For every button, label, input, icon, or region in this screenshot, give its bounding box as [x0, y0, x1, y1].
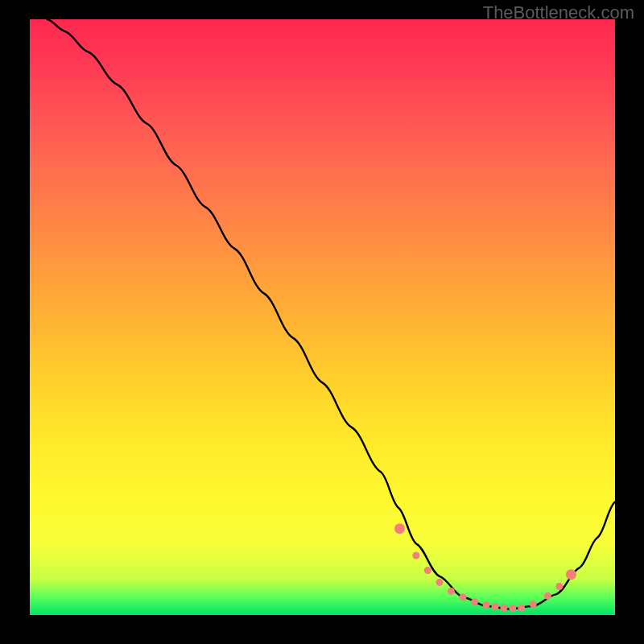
marker-dot — [509, 605, 516, 612]
marker-dot — [555, 583, 563, 590]
marker-dot — [412, 552, 419, 559]
curve-path — [47, 19, 615, 609]
marker-dot — [500, 605, 507, 612]
marker-dot — [394, 523, 405, 534]
marker-dot — [483, 601, 490, 609]
marker-dot — [491, 603, 498, 610]
marker-dot — [566, 569, 576, 580]
marker-dot — [518, 605, 525, 612]
marker-dot — [459, 593, 466, 601]
marker-dot — [424, 567, 431, 574]
chart-svg — [30, 19, 615, 615]
plot-area — [30, 19, 615, 615]
marker-dot — [436, 579, 443, 586]
marker-dot — [530, 601, 537, 608]
marker-dot — [448, 588, 455, 595]
marker-dot — [471, 598, 478, 605]
watermark-text: TheBottleneck.com — [483, 2, 634, 23]
marker-dot — [544, 592, 551, 600]
marker-group — [394, 523, 576, 612]
